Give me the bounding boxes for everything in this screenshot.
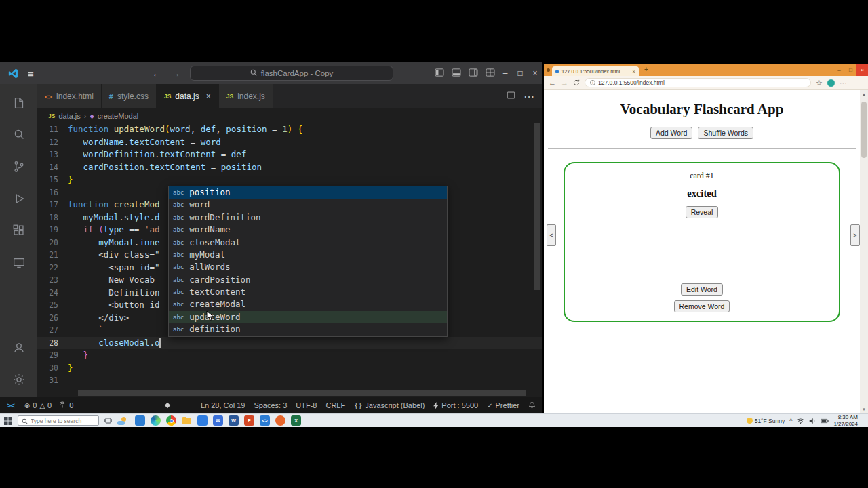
status-utf-8[interactable]: UTF-8 xyxy=(296,401,317,409)
editor-vertical-scrollbar[interactable] xyxy=(534,123,540,290)
taskbar-mail-app[interactable]: ✉ xyxy=(213,415,223,426)
scroll-up-icon[interactable]: ▲ xyxy=(860,90,868,98)
taskbar-clock[interactable]: 8:30 AM 1/27/2024 xyxy=(833,414,858,427)
refresh-icon[interactable] xyxy=(573,79,580,86)
toggle-secondary-sidebar-icon[interactable] xyxy=(469,67,478,79)
close-icon[interactable]: × xyxy=(528,62,542,84)
explorer-icon[interactable] xyxy=(3,87,35,119)
browser-menu-icon[interactable]: ⋯ xyxy=(840,79,847,87)
suggestion-textContent[interactable]: abctextContent xyxy=(169,286,447,298)
source-control-icon[interactable] xyxy=(3,150,35,182)
taskbar-excel-app[interactable]: X xyxy=(291,415,301,426)
new-tab-button[interactable]: + xyxy=(644,66,648,73)
command-center-search[interactable]: flashCardApp - Copy xyxy=(190,66,393,81)
show-desktop-button[interactable] xyxy=(863,414,865,427)
browser-minimize-icon[interactable]: – xyxy=(833,64,845,76)
suggestion-allWords[interactable]: abcallWords xyxy=(169,261,447,273)
menu-icon[interactable]: ≡ xyxy=(28,68,34,79)
split-editor-icon[interactable] xyxy=(507,90,515,102)
taskbar-edge-browser[interactable] xyxy=(151,415,161,426)
taskbar-word-app[interactable]: W xyxy=(229,415,239,426)
back-icon[interactable]: ← xyxy=(549,79,556,87)
tab-close-icon[interactable]: × xyxy=(632,68,635,75)
status-crlf[interactable]: CRLF xyxy=(326,401,345,409)
scroll-down-icon[interactable]: ▼ xyxy=(860,405,868,413)
status-ln-28-col-19[interactable]: Ln 28, Col 19 xyxy=(201,401,245,409)
taskbar-file-explorer[interactable] xyxy=(182,415,192,426)
toggle-sidebar-icon[interactable] xyxy=(435,67,444,79)
next-card-button[interactable]: > xyxy=(850,224,860,246)
taskbar-search[interactable] xyxy=(18,415,99,426)
remote-indicator[interactable]: >< xyxy=(0,401,21,409)
widgets-weather-icon[interactable] xyxy=(117,417,127,425)
add-word-button[interactable]: Add Word xyxy=(650,127,693,139)
weather-widget[interactable]: 51°F Sunny xyxy=(747,418,785,424)
browser-maximize-icon[interactable]: □ xyxy=(845,64,856,76)
status-bell[interactable] xyxy=(528,401,536,409)
problems-indicator[interactable]: ⊗0 △0 xyxy=(21,401,55,409)
reveal-button[interactable]: Reveal xyxy=(686,206,719,218)
breadcrumb-file[interactable]: data.js xyxy=(58,112,80,120)
maximize-icon[interactable]: □ xyxy=(513,62,528,84)
status-spaces-3[interactable]: Spaces: 3 xyxy=(254,401,287,409)
shuffle-words-button[interactable]: Shuffle Words xyxy=(698,127,753,139)
suggestion-cardPosition[interactable]: abccardPosition xyxy=(169,274,447,286)
suggestion-definition[interactable]: abcdefinition xyxy=(169,323,447,336)
suggestion-wordDefinition[interactable]: abcwordDefinition xyxy=(169,211,447,224)
site-info-icon[interactable]: i xyxy=(590,80,595,85)
page-scrollbar[interactable]: ▲ ▼ xyxy=(860,90,868,413)
search-sidebar-icon[interactable] xyxy=(3,119,35,150)
remove-word-button[interactable]: Remove Word xyxy=(674,300,730,312)
toggle-panel-icon[interactable] xyxy=(452,67,461,79)
account-icon[interactable] xyxy=(3,331,35,363)
breadcrumb-symbol[interactable]: createModal xyxy=(98,112,139,120)
task-view-icon[interactable] xyxy=(104,417,112,424)
tab-style.css[interactable]: #style.css xyxy=(102,84,157,108)
suggestion-myModal[interactable]: abcmyModal xyxy=(169,249,447,261)
settings-gear-icon[interactable] xyxy=(3,363,35,395)
prev-card-button[interactable]: < xyxy=(547,224,556,246)
editor-horizontal-scrollbar[interactable] xyxy=(78,390,526,396)
tab-index.html[interactable]: <>index.html xyxy=(37,84,102,108)
scrollbar-thumb[interactable] xyxy=(861,102,867,158)
suggestion-word[interactable]: abcword xyxy=(169,199,447,211)
taskbar-chrome-browser[interactable] xyxy=(166,415,176,426)
browser-tab[interactable]: 127.0.0.1:5500/index.html × xyxy=(552,66,639,76)
tab-close-icon[interactable]: × xyxy=(206,92,211,101)
browser-close-icon[interactable]: × xyxy=(856,64,868,76)
tray-expand-icon[interactable]: ^ xyxy=(789,418,792,424)
remote-explorer-icon[interactable] xyxy=(3,246,35,278)
suggestion-createModal[interactable]: abccreateModal xyxy=(169,299,447,311)
forward-icon[interactable]: → xyxy=(561,79,568,87)
status-prettier[interactable]: ✓Prettier xyxy=(487,401,519,409)
start-button[interactable] xyxy=(0,417,16,425)
taskbar-powerpoint-app[interactable]: P xyxy=(244,415,254,426)
taskbar-search-input[interactable] xyxy=(31,418,95,424)
wifi-icon[interactable] xyxy=(797,418,804,424)
status-javascript-babel-[interactable]: {}Javascript (Babel) xyxy=(354,401,425,409)
address-bar[interactable]: i 127.0.0.1:5500/index.html xyxy=(585,78,811,87)
taskbar-chat-app[interactable] xyxy=(135,415,145,426)
minimize-icon[interactable]: – xyxy=(498,62,513,84)
taskbar-firefox-browser[interactable] xyxy=(275,415,285,426)
run-debug-icon[interactable] xyxy=(3,182,35,214)
customize-layout-icon[interactable] xyxy=(486,67,495,79)
ports-indicator[interactable]: 0 xyxy=(55,401,77,410)
taskbar-store-app[interactable] xyxy=(197,415,208,426)
favorites-star-icon[interactable]: ☆ xyxy=(816,79,823,87)
more-actions-icon[interactable]: ⋯ xyxy=(524,90,534,103)
tab-index.js[interactable]: JSindex.js xyxy=(219,84,273,108)
profile-avatar[interactable] xyxy=(827,79,835,87)
code-editor[interactable]: 11function updateWord(word, def, positio… xyxy=(37,123,542,390)
tab-data.js[interactable]: JSdata.js× xyxy=(157,84,219,108)
suggestion-closeModal[interactable]: abccloseModal xyxy=(169,237,447,249)
battery-icon[interactable] xyxy=(821,418,829,424)
speaker-icon[interactable] xyxy=(809,418,816,424)
history-back-icon[interactable]: ← xyxy=(152,68,161,79)
suggestion-position[interactable]: abcposition xyxy=(169,186,447,199)
history-forward-icon[interactable]: → xyxy=(171,68,180,79)
extensions-icon[interactable] xyxy=(3,214,35,246)
status-port-5500[interactable]: Port : 5500 xyxy=(433,401,478,409)
suggestion-wordName[interactable]: abcwordName xyxy=(169,224,447,236)
edit-word-button[interactable]: Edit Word xyxy=(681,283,723,296)
